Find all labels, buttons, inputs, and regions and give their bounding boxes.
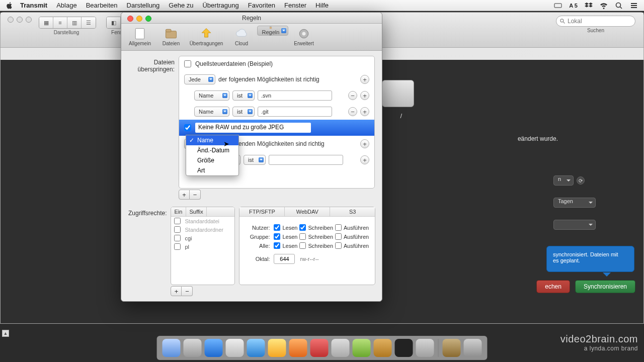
app-name[interactable]: Transmit [20,2,47,9]
dock-terminal[interactable] [395,339,413,357]
prefs-close[interactable] [127,16,133,22]
adobe-icon[interactable]: A 5 [569,3,578,9]
dock-trash[interactable] [464,339,482,357]
dock-app[interactable] [184,339,202,357]
cond2-add[interactable]: + [360,107,369,116]
opt-select-3[interactable] [553,220,596,230]
cond2-field[interactable]: Name [194,107,229,117]
spotlight-icon[interactable] [615,2,623,10]
dock-utilities[interactable] [416,339,434,357]
dock-safari[interactable] [247,339,265,357]
rule2-title[interactable]: Keine RAW und zu große JPEG [195,123,311,133]
rules-add[interactable]: + [179,190,190,200]
window-icon-1[interactable]: ◧ [107,17,121,28]
perm-tab-webdav[interactable]: WebDAV [285,207,330,216]
rules-remove[interactable]: − [190,190,201,200]
cond3-value[interactable] [269,155,343,165]
wifi-icon[interactable] [600,2,608,10]
rule1-match[interactable]: Jede [184,74,215,84]
menu-hilfe[interactable]: Hilfe [315,2,329,9]
dd-name[interactable]: Name [186,135,238,145]
field-dropdown[interactable]: Name Änd.-Datum Größe Art [186,135,239,176]
dock-mail[interactable] [226,339,244,357]
notifications-icon[interactable] [630,2,638,10]
menu-fenster[interactable]: Fenster [284,2,306,9]
sync-button[interactable]: Synchronisieren [575,280,635,293]
tab-uebertragungen[interactable]: Übertragungen [187,26,226,46]
dock-appstore[interactable] [205,339,223,357]
cond2-op[interactable]: ist [232,107,255,117]
resize-handle[interactable]: ▲ [2,330,9,337]
tab-regeln[interactable]: Regeln [257,26,288,36]
menu-favoriten[interactable]: Favoriten [248,2,275,9]
opt-refresh[interactable]: ⟳ [577,176,585,185]
minimize-dim[interactable] [17,17,23,23]
prefs-zoom[interactable] [145,16,151,22]
perm-tab-ftp[interactable]: FTP/SFTP [239,207,285,216]
cond3-op[interactable]: ist [244,155,266,165]
tray-icon[interactable] [554,2,562,10]
all-exec[interactable] [335,242,342,249]
oct-input[interactable] [274,254,295,264]
rule1-checkbox[interactable] [184,60,191,67]
cond1-op[interactable]: ist [232,90,255,101]
rule1-add[interactable]: + [360,75,369,84]
col-suffix[interactable]: Suffix [186,207,206,216]
tab-cloud[interactable]: Cloud [226,26,257,46]
dd-size[interactable]: Größe [186,155,238,165]
dock-transmit[interactable] [332,339,350,357]
row-pl-cb[interactable] [174,243,181,250]
opt-select-2[interactable]: Tagen [553,198,596,208]
menu-gehezu[interactable]: Gehe zu [169,2,193,9]
group-write[interactable] [299,233,306,240]
perms-add[interactable]: + [171,286,182,296]
close-dim[interactable] [8,17,14,23]
prefs-minimize[interactable] [136,16,142,22]
dock-opera[interactable] [310,339,329,357]
perm-tab-s3[interactable]: S3 [330,207,375,216]
opt-select-1[interactable]: n [553,175,574,186]
tab-allgemein[interactable]: Allgemein [124,26,155,46]
dd-date[interactable]: Änd.-Datum [186,145,238,155]
dock-folder[interactable] [443,339,461,357]
dd-kind[interactable]: Art [186,165,238,175]
cond3-add[interactable]: + [360,155,369,164]
cond1-add[interactable]: + [360,91,369,100]
tab-erweitert[interactable]: Erweitert [288,26,319,46]
search-input[interactable]: Lokal [556,16,635,27]
zoom-dim[interactable] [26,17,32,23]
apple-icon[interactable] [6,2,13,9]
dock-chrome[interactable] [268,339,286,357]
row-stdfolder-cb[interactable] [174,226,181,233]
all-read[interactable] [274,242,280,249]
tab-dateien[interactable]: Dateien [155,26,187,46]
perms-remove[interactable]: − [182,286,193,296]
user-exec[interactable] [335,224,342,231]
dock-firefox[interactable] [289,339,307,357]
menu-bearbeiten[interactable]: Bearbeiten [86,2,118,9]
menu-darstellung[interactable]: Darstellung [127,2,160,9]
cancel-button[interactable]: echen [536,280,570,293]
view-icon-4[interactable]: ☰ [82,17,96,28]
view-icon-2[interactable]: ≡ [53,17,67,28]
cond2-remove[interactable]: − [348,107,357,116]
user-write[interactable] [299,224,306,231]
cond2-value[interactable]: .git [258,107,332,117]
dock-app2[interactable] [374,339,392,357]
cond1-value[interactable]: .svn [258,90,332,101]
row-stdfile-cb[interactable] [174,218,181,224]
volume-icon[interactable] [382,80,414,107]
group-read[interactable] [274,233,280,240]
col-on[interactable]: Ein [171,207,186,216]
rule2-row[interactable]: Keine RAW und zu große JPEG [179,120,374,136]
group-exec[interactable] [335,233,342,240]
rule2-add[interactable]: + [360,139,369,148]
cond1-remove[interactable]: − [348,91,357,100]
dock-coda[interactable] [353,339,371,357]
row-cgi-cb[interactable] [174,235,181,241]
dock-finder[interactable] [163,339,181,357]
cond1-field[interactable]: Name [194,90,229,101]
view-segment[interactable]: ▦ ≡ ▥ ☰ [39,17,96,29]
menu-ablage[interactable]: Ablage [56,2,76,9]
all-write[interactable] [299,242,306,249]
